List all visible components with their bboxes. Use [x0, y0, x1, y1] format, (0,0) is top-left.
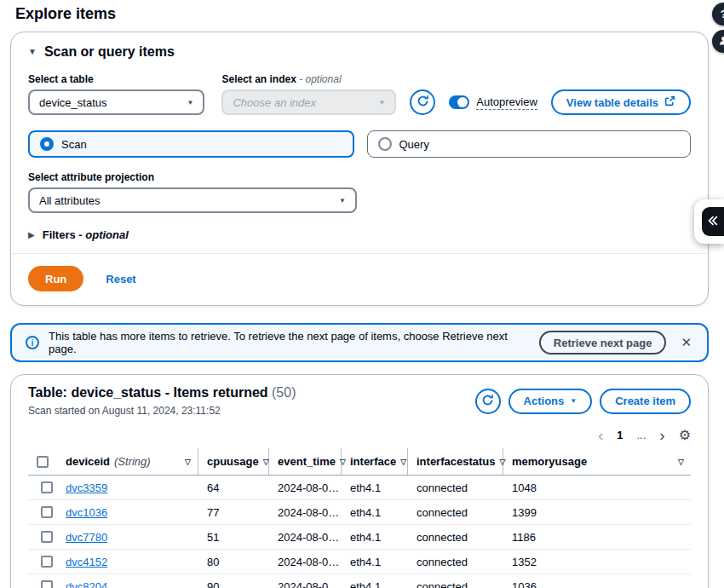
caret-down-icon: ▼	[339, 197, 346, 205]
deviceid-cell: dvc1036	[57, 506, 198, 519]
attribute-projection-select[interactable]: All attributes ▼	[28, 187, 357, 213]
event-time-cell: 2024-08-08 ...	[269, 531, 342, 544]
index-select[interactable]: Choose an index ▼	[221, 89, 396, 115]
actions-label: Actions	[524, 395, 565, 407]
table-select-label: Select a table	[28, 73, 204, 85]
caret-down-icon: ▼	[570, 397, 577, 405]
page-number[interactable]: 1	[617, 429, 623, 441]
create-item-button[interactable]: Create item	[600, 389, 691, 414]
expand-triangle-icon: ▶	[28, 231, 35, 239]
results-refresh-button[interactable]	[475, 389, 501, 414]
create-item-label: Create item	[615, 395, 675, 407]
previous-page-button[interactable]: ‹	[598, 429, 603, 441]
results-panel: Table: device_status - Items returned (5…	[10, 374, 709, 588]
query-mode-tile[interactable]: Query	[367, 130, 692, 158]
column-header-interfacestatus[interactable]: interfacestatus ▽	[408, 448, 503, 475]
table-row: dvc3359 64 2024-08-08 ... eth4.1 connect…	[28, 476, 691, 500]
select-all-checkbox[interactable]	[37, 456, 49, 468]
more-items-banner: i This table has more items to retrieve.…	[10, 323, 709, 362]
index-label-optional: - optional	[299, 73, 341, 85]
results-actions: Actions ▼ Create item	[475, 389, 691, 414]
event-time-cell: 2024-08-08 ...	[269, 556, 342, 568]
attribute-projection-value: All attributes	[39, 194, 101, 207]
table-select-value: device_status	[39, 96, 107, 109]
deviceid-link[interactable]: dvc1036	[66, 506, 107, 519]
attribute-projection-field: Select attribute projection All attribut…	[28, 171, 357, 213]
results-header: Table: device_status - Items returned (5…	[28, 385, 691, 417]
pagination-ellipsis: ...	[636, 429, 646, 441]
help-icon: ?	[721, 9, 724, 20]
table-select[interactable]: device_status ▼	[28, 89, 204, 115]
run-button[interactable]: Run	[28, 266, 83, 291]
column-header-deviceid[interactable]: deviceid (String) ▽	[57, 448, 198, 475]
sort-icon[interactable]: ▽	[263, 458, 269, 466]
split-panel-toggle[interactable]	[694, 199, 724, 244]
explore-items-page: Explore items ▼ Scan or query items Sele…	[0, 0, 724, 588]
scan-query-panel: ▼ Scan or query items Select a table dev…	[10, 32, 709, 306]
reset-button[interactable]: Reset	[106, 273, 135, 285]
cpuusage-cell: 77	[198, 506, 269, 519]
table-body: dvc3359 64 2024-08-08 ... eth4.1 connect…	[28, 476, 691, 588]
memoryusage-cell: 1048	[503, 481, 691, 494]
memoryusage-cell: 1186	[503, 531, 691, 544]
actions-dropdown-button[interactable]: Actions ▼	[509, 389, 593, 414]
index-label-main: Select an index	[221, 73, 299, 85]
column-header-interface[interactable]: interface ▽	[342, 448, 408, 475]
row-checkbox[interactable]	[41, 531, 53, 543]
index-select-label: Select an index - optional	[221, 73, 396, 85]
scan-radio-label: Scan	[61, 138, 87, 151]
floating-help-button[interactable]: ?	[712, 3, 724, 26]
column-label: cpuusage	[207, 455, 259, 468]
scan-query-panel-header[interactable]: ▼ Scan or query items	[28, 44, 691, 60]
column-type: (String)	[114, 455, 151, 468]
floating-assistant-button[interactable]	[712, 30, 724, 53]
scan-radio[interactable]	[40, 137, 54, 151]
event-time-cell: 2024-08-08 ...	[269, 481, 342, 494]
column-header-cpuusage[interactable]: cpuusage ▽	[198, 448, 269, 475]
page-title: Explore items	[15, 5, 709, 23]
interface-cell: eth4.1	[342, 531, 408, 544]
deviceid-link[interactable]: dvc3359	[66, 481, 107, 494]
banner-close-button[interactable]: ✕	[675, 333, 697, 352]
query-radio-label: Query	[399, 138, 429, 151]
event-time-cell: 2024-08-08 ...	[269, 506, 342, 519]
row-checkbox[interactable]	[41, 481, 53, 493]
interface-cell: eth4.1	[342, 481, 408, 494]
row-checkbox-cell	[28, 531, 57, 543]
refresh-button[interactable]	[410, 89, 435, 115]
table-row: dvc1036 77 2024-08-08 ... eth4.1 connect…	[28, 500, 691, 525]
deviceid-link[interactable]: dvc4152	[66, 556, 107, 568]
interface-cell: eth4.1	[342, 506, 408, 519]
column-header-event-time[interactable]: event_time ▽	[269, 448, 342, 475]
memoryusage-cell: 1036	[503, 580, 691, 588]
scan-mode-tile[interactable]: Scan	[28, 130, 354, 158]
table-preferences-gear-icon[interactable]: ⚙	[679, 427, 691, 443]
sort-icon[interactable]: ▽	[400, 458, 406, 466]
select-all-cell	[28, 448, 57, 475]
next-page-button[interactable]: ›	[659, 429, 664, 441]
autopreview-toggle[interactable]	[449, 95, 469, 109]
query-radio[interactable]	[378, 137, 392, 151]
deviceid-cell: dvc3359	[57, 481, 198, 494]
attribute-projection-label: Select attribute projection	[28, 171, 357, 183]
row-checkbox[interactable]	[41, 580, 53, 588]
filters-expandable[interactable]: ▶ Filters - optional	[28, 228, 691, 241]
deviceid-link[interactable]: dvc8204	[66, 580, 107, 588]
scan-started-text: Scan started on August 11, 2024, 23:11:5…	[28, 405, 296, 417]
pagination: ‹ 1 ... › ⚙	[28, 427, 691, 443]
split-panel-toggle-tab[interactable]	[702, 207, 724, 236]
sort-icon[interactable]: ▽	[185, 458, 191, 466]
row-checkbox[interactable]	[41, 506, 53, 518]
items-table: deviceid (String) ▽ cpuusage ▽ event_tim…	[28, 448, 691, 588]
retrieve-next-page-button[interactable]: Retrieve next page	[539, 331, 667, 355]
row-checkbox[interactable]	[41, 556, 53, 568]
column-header-memoryusage[interactable]: memoryusage ▽	[503, 448, 691, 475]
interfacestatus-cell: connected	[408, 580, 503, 588]
toggle-knob	[457, 97, 468, 107]
deviceid-link[interactable]: dvc7780	[66, 531, 107, 544]
view-table-details-button[interactable]: View table details	[551, 89, 691, 115]
results-title-block: Table: device_status - Items returned (5…	[28, 385, 296, 417]
column-label: deviceid	[66, 455, 110, 468]
close-icon: ✕	[681, 335, 692, 349]
sort-icon[interactable]: ▽	[678, 458, 684, 466]
